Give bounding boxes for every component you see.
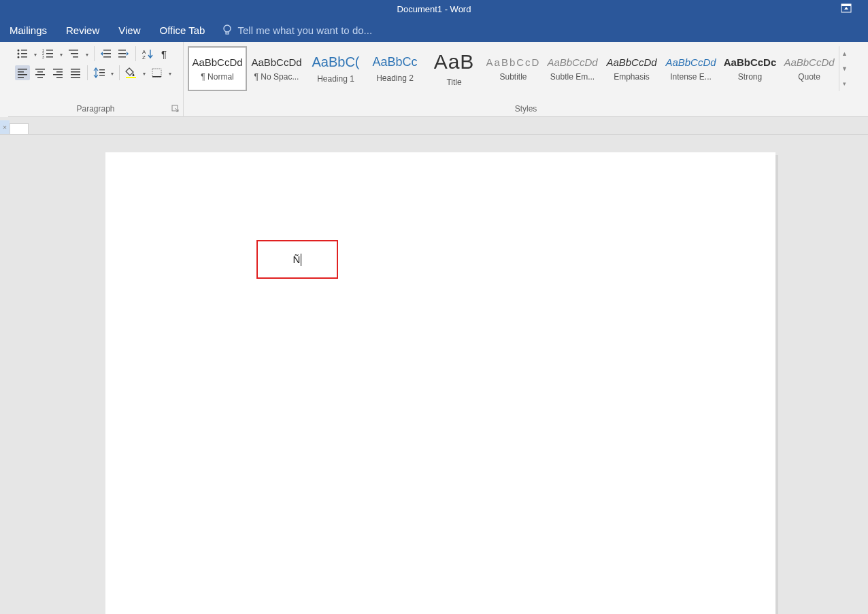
borders-dropdown[interactable]: ▾ (167, 69, 173, 77)
workspace: × Ñ (0, 117, 868, 614)
style-tile-intense-e[interactable]: AaBbCcDdIntense E... (661, 46, 720, 91)
svg-rect-48 (152, 69, 161, 77)
style-sample: AaBbCcDd (251, 56, 301, 68)
tab-review[interactable]: Review (56, 18, 109, 42)
document-tab-strip: × (0, 117, 868, 135)
line-spacing-button[interactable] (92, 65, 107, 80)
tab-view[interactable]: View (109, 18, 150, 42)
document-tab[interactable] (10, 123, 29, 134)
numbering-button[interactable]: 123 (41, 46, 56, 61)
tell-me-placeholder: Tell me what you want to do... (237, 24, 372, 36)
svg-rect-38 (53, 74, 63, 75)
svg-rect-18 (73, 56, 78, 58)
ribbon-display-options-icon[interactable] (841, 3, 852, 13)
style-tile-normal[interactable]: AaBbCcDd¶ Normal (188, 46, 247, 91)
align-right-button[interactable] (50, 65, 65, 80)
gallery-scroll-down-icon[interactable]: ▼ (839, 61, 850, 76)
separator (87, 65, 88, 80)
paragraph-group: ▾ 123 ▾ ▾ AZ ¶ (8, 42, 184, 116)
svg-rect-15 (46, 56, 53, 58)
tab-office-tab[interactable]: Office Tab (150, 18, 214, 42)
bullets-button[interactable] (15, 46, 30, 61)
bullets-dropdown[interactable]: ▾ (33, 50, 38, 58)
shading-dropdown[interactable]: ▾ (141, 69, 147, 77)
style-name: Strong (738, 72, 762, 82)
borders-button[interactable] (150, 65, 165, 80)
style-sample: AaBbCcDd (784, 56, 834, 68)
decrease-indent-button[interactable] (99, 46, 114, 61)
separator (94, 46, 95, 61)
svg-rect-31 (18, 77, 24, 78)
app-title: Document1 - Word (397, 4, 471, 14)
style-tile-no-spac[interactable]: AaBbCcDd¶ No Spac... (247, 46, 306, 91)
multilevel-dropdown[interactable]: ▾ (84, 50, 90, 58)
svg-rect-46 (99, 75, 105, 75)
multilevel-list-button[interactable] (67, 46, 82, 61)
styles-gallery-more[interactable]: ▲ ▼ ▾ (839, 46, 850, 91)
style-name: Intense E... (670, 72, 712, 82)
style-tile-heading-1[interactable]: AaBbC(Heading 1 (306, 46, 365, 91)
svg-rect-36 (53, 69, 63, 70)
numbering-dropdown[interactable]: ▾ (59, 50, 64, 58)
page[interactable]: Ñ (105, 152, 775, 614)
text-cursor (301, 254, 301, 266)
svg-point-6 (18, 53, 20, 55)
style-name: Heading 1 (317, 74, 354, 84)
styles-gallery: AaBbCcDd¶ NormalAaBbCcDd¶ No Spac...AaBb… (188, 46, 839, 91)
style-tile-quote[interactable]: AaBbCcDdQuote (780, 46, 839, 91)
svg-rect-5 (21, 50, 27, 51)
style-tile-subtle-em[interactable]: AaBbCcDdSubtle Em... (543, 46, 602, 91)
svg-rect-47 (126, 77, 136, 78)
svg-rect-16 (69, 50, 78, 51)
svg-rect-7 (21, 53, 27, 54)
style-tile-strong[interactable]: AaBbCcDcStrong (720, 46, 780, 91)
justify-button[interactable] (68, 65, 83, 80)
tab-mailings[interactable]: Mailings (0, 18, 56, 42)
style-tile-heading-2[interactable]: AaBbCcHeading 2 (365, 46, 424, 91)
gallery-expand-icon[interactable]: ▾ (839, 76, 850, 91)
svg-rect-11 (46, 50, 53, 51)
style-tile-emphasis[interactable]: AaBbCcDdEmphasis (602, 46, 661, 91)
increase-indent-button[interactable] (116, 46, 131, 61)
gallery-scroll-up-icon[interactable]: ▲ (839, 46, 850, 61)
highlight-annotation: Ñ (256, 240, 338, 279)
svg-rect-37 (56, 71, 63, 73)
tell-me-search[interactable]: Tell me what you want to do... (214, 24, 372, 36)
svg-rect-39 (56, 77, 63, 78)
ribbon: ▾ 123 ▾ ▾ AZ ¶ (0, 42, 868, 117)
tab-close-button[interactable]: × (0, 120, 10, 134)
svg-rect-40 (71, 69, 80, 70)
style-name: Title (446, 78, 461, 87)
svg-rect-24 (118, 56, 126, 58)
style-name: Emphasis (614, 72, 650, 82)
svg-rect-35 (37, 77, 43, 78)
document-text[interactable]: Ñ (293, 254, 302, 266)
paragraph-dialog-launcher[interactable] (171, 104, 180, 114)
style-tile-subtitle[interactable]: AaBbCcDSubtitle (484, 46, 543, 91)
style-sample: AaBbCc (372, 55, 417, 69)
style-name: Heading 2 (376, 73, 414, 83)
sort-button[interactable]: AZ (140, 46, 155, 61)
style-name: ¶ Normal (201, 72, 233, 82)
show-hide-paragraph-button[interactable]: ¶ (158, 46, 173, 61)
style-sample: AaBbCcDd (547, 56, 597, 68)
align-left-button[interactable] (15, 65, 30, 80)
style-sample: AaBbCcDd (606, 56, 656, 68)
svg-text:¶: ¶ (161, 48, 167, 59)
style-sample: AaBbCcD (486, 56, 541, 68)
style-tile-title[interactable]: AaBTitle (424, 46, 484, 91)
document-canvas[interactable]: Ñ (0, 135, 868, 614)
title-bar: Document1 - Word (0, 0, 868, 18)
svg-rect-28 (18, 69, 27, 70)
align-center-button[interactable] (33, 65, 48, 80)
shading-button[interactable] (124, 65, 139, 80)
document-text-content: Ñ (293, 254, 301, 265)
svg-rect-41 (71, 71, 80, 73)
svg-rect-3 (226, 32, 229, 34)
separator (119, 65, 120, 80)
line-spacing-dropdown[interactable]: ▾ (110, 69, 115, 77)
style-sample: AaBbCcDd (665, 56, 716, 68)
style-sample: AaBbCcDc (724, 56, 777, 68)
svg-rect-20 (103, 53, 111, 54)
styles-group-label: Styles (184, 104, 868, 114)
